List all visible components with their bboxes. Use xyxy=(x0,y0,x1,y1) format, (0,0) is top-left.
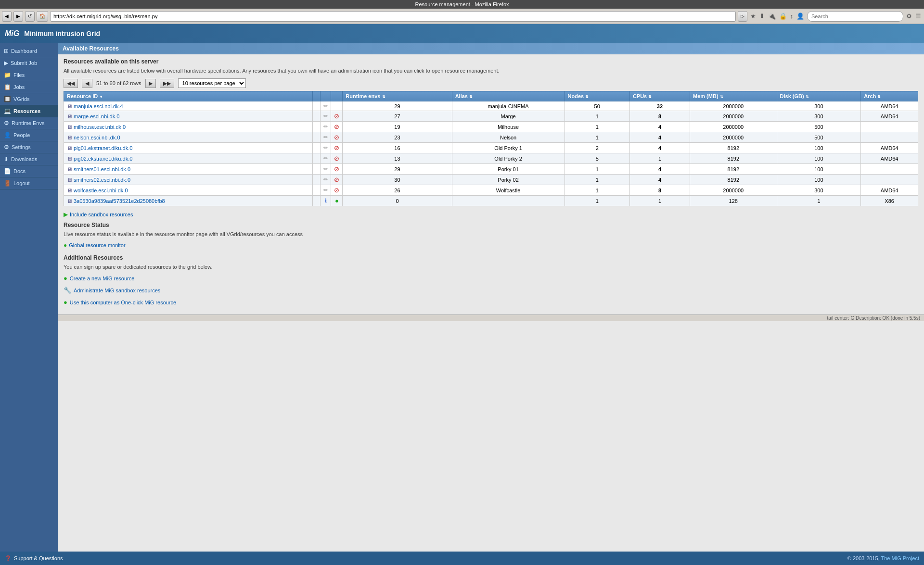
edit-icon[interactable]: ✏ xyxy=(323,176,328,182)
cell-resource-id: 🖥milhouse.esci.nbi.dk.0 xyxy=(64,122,313,132)
back-button[interactable]: ◀ xyxy=(2,11,12,22)
user-icon[interactable]: 👤 xyxy=(796,12,805,21)
pagination-prev-button[interactable]: ◀◀ xyxy=(64,79,78,88)
sidebar-item-vgrids[interactable]: 🔲 VGrids xyxy=(0,93,58,105)
support-icon: ❓ xyxy=(5,555,12,562)
row-icon: 🖥 xyxy=(67,156,72,162)
cell-edit[interactable]: ✏ xyxy=(321,111,331,122)
url-bar[interactable] xyxy=(50,11,736,22)
menu-icon[interactable]: ☰ xyxy=(914,12,922,21)
pagination-prev2-button[interactable]: ◀ xyxy=(82,79,92,88)
mig-project-link[interactable]: The MiG Project xyxy=(881,555,919,561)
status-red-icon: ⊘ xyxy=(334,123,339,130)
settings-icon[interactable]: ⚙ xyxy=(905,12,913,21)
resource-id-link[interactable]: 3a0530a9839aaf573521e2d25080bfb8 xyxy=(74,198,165,204)
oneclick-link[interactable]: ● Use this computer as One-click MiG res… xyxy=(64,299,918,306)
cell-edit[interactable]: ✏ xyxy=(321,122,331,132)
sidebar-item-files[interactable]: 📁 Files xyxy=(0,69,58,81)
th-arch[interactable]: Arch ⇅ xyxy=(861,91,918,101)
cell-edit[interactable]: ✏ xyxy=(321,153,331,164)
per-page-select[interactable]: 5 resources per page 10 resources per pa… xyxy=(178,78,246,88)
edit-icon[interactable]: ✏ xyxy=(323,124,328,129)
section-header-title: Available Resources xyxy=(63,45,119,52)
th-nodes[interactable]: Nodes ⇅ xyxy=(565,91,629,101)
cell-arrow xyxy=(313,111,321,122)
addon-icon2[interactable]: 🔒 xyxy=(778,12,788,21)
status-bar-text: tail center: G Description: OK (done in … xyxy=(827,315,920,321)
cell-runtime-envs: 16 xyxy=(343,143,452,153)
cell-status: ⊘ xyxy=(331,122,343,132)
edit-icon[interactable]: ✏ xyxy=(323,134,328,140)
resource-id-link[interactable]: smithers02.esci.nbi.dk.0 xyxy=(74,177,130,183)
forward-button[interactable]: ▶ xyxy=(13,11,23,22)
cell-alias: Old Porky 2 xyxy=(452,153,565,164)
status-red-icon: ⊘ xyxy=(334,176,339,183)
reload-button[interactable]: ↺ xyxy=(25,11,35,22)
resource-id-link[interactable]: pig01.ekstranet.diku.dk.0 xyxy=(74,145,132,151)
row-icon: 🖥 xyxy=(67,135,72,140)
cell-edit[interactable]: ✏ xyxy=(321,101,331,111)
bookmark-icon[interactable]: ★ xyxy=(749,12,757,21)
edit-icon[interactable]: ✏ xyxy=(323,166,328,172)
cell-edit[interactable]: ✏ xyxy=(321,143,331,153)
create-resource-link[interactable]: ● Create a new MiG resource xyxy=(64,275,918,282)
cell-edit[interactable]: ✏ xyxy=(321,164,331,175)
resource-status-desc: Live resource status is available in the… xyxy=(64,231,918,237)
sidebar-item-docs[interactable]: 📄 Docs xyxy=(0,165,58,177)
pagination-next2-button[interactable]: ▶▶ xyxy=(160,79,174,88)
cell-edit[interactable]: ✏ xyxy=(321,175,331,185)
sidebar-item-submit-job[interactable]: ▶ Submit Job xyxy=(0,57,58,69)
global-monitor-link[interactable]: ● Global resource monitor xyxy=(64,242,918,249)
cell-cpus: 1 xyxy=(629,153,690,164)
content-area: Available Resources Resources available … xyxy=(58,43,924,552)
edit-icon[interactable]: ✏ xyxy=(323,145,328,151)
cell-nodes: 50 xyxy=(565,101,629,111)
sidebar-item-logout[interactable]: 🚪 Logout xyxy=(0,177,58,189)
resource-status-title: Resource Status xyxy=(64,222,918,228)
resource-id-link[interactable]: pig02.ekstranet.diku.dk.0 xyxy=(74,156,132,162)
status-red-icon: ⊘ xyxy=(334,187,339,194)
resource-id-link[interactable]: milhouse.esci.nbi.dk.0 xyxy=(74,124,126,130)
edit-icon[interactable]: ✏ xyxy=(323,103,328,109)
resources-icon: 💻 xyxy=(4,108,11,114)
resource-id-link[interactable]: manjula.esci.nbi.dk.4 xyxy=(74,103,123,109)
resource-id-link[interactable]: smithers01.esci.nbi.dk.0 xyxy=(74,166,130,172)
sidebar-item-people[interactable]: 👤 People xyxy=(0,129,58,141)
status-bar: tail center: G Description: OK (done in … xyxy=(58,314,924,321)
sidebar-item-settings[interactable]: ⚙ Settings xyxy=(0,141,58,153)
sidebar-item-jobs[interactable]: 📋 Jobs xyxy=(0,81,58,93)
resource-id-link[interactable]: wolfcastle.esci.nbi.dk.0 xyxy=(74,188,128,193)
sandbox-link[interactable]: ▶ Include sandbox resources xyxy=(64,211,918,218)
pagination-next-button[interactable]: ▶ xyxy=(145,79,156,88)
sidebar-item-dashboard[interactable]: ⊞ Dashboard xyxy=(0,45,58,57)
cell-edit[interactable]: ✏ xyxy=(321,132,331,143)
settings-icon2: ⚙ xyxy=(4,144,9,151)
edit-icon[interactable]: ✏ xyxy=(323,187,328,193)
search-input[interactable] xyxy=(807,11,903,22)
edit-icon[interactable]: ✏ xyxy=(323,113,328,119)
resource-id-link[interactable]: nelson.esci.nbi.dk.0 xyxy=(74,135,120,140)
cell-edit[interactable]: ✏ xyxy=(321,185,331,196)
th-runtime-envs[interactable]: Runtime envs ⇅ xyxy=(343,91,452,101)
th-disk[interactable]: Disk (GB) ⇅ xyxy=(777,91,861,101)
edit-icon[interactable]: ✏ xyxy=(323,155,328,161)
th-cpus[interactable]: CPUs ⇅ xyxy=(629,91,690,101)
cell-resource-id: 🖥marge.esci.nbi.dk.0 xyxy=(64,111,313,122)
addon-icon1[interactable]: 🔌 xyxy=(767,12,777,21)
download-icon[interactable]: ⬇ xyxy=(758,12,766,21)
th-mem[interactable]: Mem (MB) ⇅ xyxy=(690,91,777,101)
admin-sandbox-link[interactable]: 🔧 Administrate MiG sandbox resources xyxy=(64,287,918,294)
th-resource-id[interactable]: Resource ID ▼ xyxy=(64,91,313,101)
sidebar-item-runtime-envs[interactable]: ⚙ Runtime Envs xyxy=(0,117,58,129)
cell-status: ⊘ xyxy=(331,143,343,153)
info-icon[interactable]: ℹ xyxy=(325,198,327,203)
row-icon: 🖥 xyxy=(67,145,72,151)
url-go-button[interactable]: ▷ xyxy=(738,11,747,22)
sidebar-item-downloads[interactable]: ⬇ Downloads xyxy=(0,153,58,165)
th-alias[interactable]: Alias ⇅ xyxy=(452,91,565,101)
resource-id-link[interactable]: marge.esci.nbi.dk.0 xyxy=(74,113,119,119)
sync-icon[interactable]: ↕ xyxy=(789,12,795,21)
support-link[interactable]: ❓ Support & Questions xyxy=(5,555,63,562)
sidebar-item-resources[interactable]: 💻 Resources xyxy=(0,105,58,117)
home-button[interactable]: 🏠 xyxy=(37,11,48,22)
